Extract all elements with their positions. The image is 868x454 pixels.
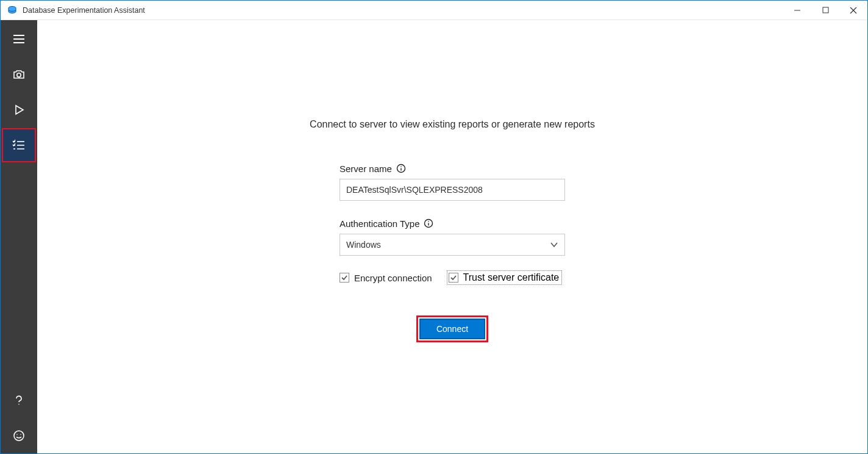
server-name-input[interactable] xyxy=(340,179,565,201)
chevron-down-icon xyxy=(550,240,558,249)
connect-highlight: Connect xyxy=(416,315,488,342)
app-icon xyxy=(7,5,18,16)
sidebar xyxy=(1,20,37,453)
replay-nav-button[interactable] xyxy=(2,93,36,127)
svg-rect-2 xyxy=(823,7,828,13)
window-title: Database Experimentation Assistant xyxy=(23,6,145,15)
encrypt-label: Encrypt connection xyxy=(354,273,432,283)
server-name-label: Server name xyxy=(340,164,392,174)
svg-point-21 xyxy=(429,221,430,222)
auth-type-label: Authentication Type xyxy=(340,218,419,229)
auth-type-select[interactable]: Windows xyxy=(340,234,565,256)
maximize-button[interactable] xyxy=(811,1,839,20)
page-hint: Connect to server to view existing repor… xyxy=(239,119,666,130)
trust-checkbox-row[interactable]: Trust server certificate xyxy=(447,270,563,285)
connect-button-label: Connect xyxy=(436,324,468,334)
svg-point-14 xyxy=(14,431,24,441)
minimize-button[interactable] xyxy=(783,1,811,20)
main-content: Connect to server to view existing repor… xyxy=(37,20,867,453)
encrypt-checkbox-row[interactable]: Encrypt connection xyxy=(340,270,432,285)
svg-point-8 xyxy=(17,73,21,77)
svg-point-16 xyxy=(20,434,21,435)
hamburger-menu-button[interactable] xyxy=(2,22,36,56)
connect-button[interactable]: Connect xyxy=(419,319,485,339)
svg-point-18 xyxy=(400,166,402,167)
svg-point-15 xyxy=(16,434,18,435)
titlebar: Database Experimentation Assistant xyxy=(1,1,867,20)
app-window: Database Experimentation Assistant xyxy=(0,0,868,454)
feedback-nav-button[interactable] xyxy=(2,419,36,453)
help-nav-button[interactable] xyxy=(2,383,36,417)
trust-checkbox[interactable] xyxy=(449,273,458,283)
auth-type-selected: Windows xyxy=(346,240,381,250)
trust-label: Trust server certificate xyxy=(463,272,560,283)
close-button[interactable] xyxy=(839,1,867,20)
encrypt-checkbox[interactable] xyxy=(340,273,349,283)
svg-marker-9 xyxy=(16,106,23,114)
info-icon[interactable] xyxy=(396,163,407,174)
reports-nav-button[interactable] xyxy=(2,128,36,162)
info-icon[interactable] xyxy=(423,218,434,229)
svg-point-13 xyxy=(18,404,20,405)
capture-nav-button[interactable] xyxy=(2,57,36,92)
